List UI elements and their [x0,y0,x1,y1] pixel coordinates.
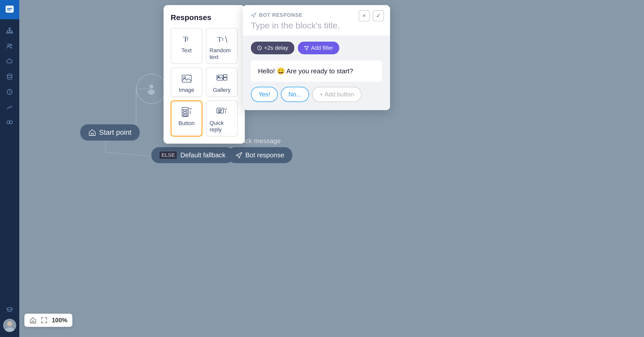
response-button-label: Button [179,120,195,127]
svg-rect-35 [91,133,93,136]
response-gallery-label: Gallery [213,87,231,93]
bot-response-node-small[interactable]: Bot response [228,147,292,163]
sidebar [0,0,19,337]
response-item-gallery[interactable]: Gallery [206,68,238,97]
responses-title: Responses [171,13,238,22]
svg-rect-46 [223,78,227,80]
response-item-random-text[interactable]: T r Random text [206,28,238,64]
svg-rect-41 [182,75,191,82]
svg-rect-0 [6,6,14,13]
canvas[interactable]: Start point Fallback message ELSE Defaul… [19,0,644,337]
default-fallback-node[interactable]: ELSE Default fallback [151,147,234,163]
svg-rect-55 [218,112,221,112]
sidebar-item-clock[interactable] [3,85,16,98]
responses-grid: T r Text T r Random text Im [171,28,238,137]
response-item-image[interactable]: Image [171,68,202,97]
zoom-level: 100% [52,317,67,324]
svg-rect-54 [218,110,222,111]
svg-rect-5 [9,32,10,33]
svg-rect-4 [7,32,8,33]
gallery-icon [216,73,228,84]
response-random-text-label: Random text [210,47,234,60]
svg-rect-2 [7,10,11,10]
bot-response-controls: +2s delay Add filter [251,42,382,54]
svg-rect-60 [32,321,34,323]
add-button-button[interactable]: + Add button [312,87,362,102]
response-text-label: Text [181,47,191,54]
avatar-image [3,319,16,332]
svg-point-29 [149,85,153,89]
start-point-label: Start point [99,128,132,137]
sidebar-item-users[interactable] [3,40,16,53]
button-icon [181,106,192,117]
bot-response-node-label: Bot response [245,151,284,159]
svg-rect-6 [11,32,13,33]
send-icon [251,12,256,18]
send-icon-small [236,152,242,159]
svg-rect-1 [7,8,12,9]
sidebar-item-org[interactable] [3,24,16,38]
dashed-node-1[interactable] [136,74,167,104]
clock-icon [257,45,262,50]
sidebar-item-cloud[interactable] [3,55,16,68]
svg-rect-45 [223,75,227,77]
start-point-node[interactable]: Start point [80,124,140,141]
expand-icon[interactable] [41,317,48,324]
message-bubble: Hello! 😀 Are you ready to start? [251,60,382,82]
bot-response-title[interactable]: Type in the block's title. [251,21,382,30]
svg-rect-3 [9,28,10,29]
sidebar-item-database[interactable] [3,70,16,83]
svg-point-19 [7,321,12,326]
text-icon: T r [181,33,192,45]
sidebar-item-circles[interactable] [3,116,16,129]
response-image-label: Image [179,87,194,93]
image-icon [181,73,192,84]
response-item-text[interactable]: T r Text [171,28,202,64]
svg-point-30 [148,90,155,95]
confirm-button[interactable]: ✓ [373,10,384,21]
random-text-icon: T r [216,33,228,45]
person-icon-1 [145,82,158,95]
bot-response-actions: × ✓ [359,10,384,21]
svg-rect-50 [183,114,187,116]
sidebar-logo[interactable] [0,0,19,19]
svg-point-14 [7,74,12,76]
bottom-toolbar: 100% [24,314,72,327]
response-item-quick-reply[interactable]: Quick reply [206,100,238,137]
svg-text:r: r [222,36,224,42]
response-item-button[interactable]: Button [171,100,202,137]
bot-response-header: × ✓ BOT RESPONSE Type in the block's tit… [243,5,390,36]
yes-button[interactable]: Yes! [251,87,278,102]
svg-line-40 [226,36,227,43]
user-avatar[interactable] [3,319,16,332]
home-toolbar-icon[interactable] [29,317,37,324]
bot-response-body: +2s delay Add filter Hello! 😀 Are you re… [243,36,390,110]
svg-rect-49 [183,112,187,113]
close-button[interactable]: × [359,10,370,21]
responses-popup: Responses T r Text T r Random text [164,5,245,144]
svg-rect-48 [183,109,187,111]
message-buttons: Yes! No... + Add button [251,87,382,102]
svg-text:T: T [217,35,222,43]
filter-icon [304,45,309,50]
quick-reply-icon [216,106,228,117]
no-button[interactable]: No... [281,87,309,102]
delay-button[interactable]: +2s delay [251,42,294,54]
svg-text:r: r [187,36,189,42]
sidebar-item-graduation[interactable] [3,302,16,316]
svg-point-13 [10,44,12,46]
default-fallback-label: Default fallback [180,151,226,159]
sidebar-item-analytics[interactable] [3,100,16,114]
filter-button[interactable]: Add filter [298,42,339,54]
home-icon [88,129,96,136]
bot-response-panel: × ✓ BOT RESPONSE Type in the block's tit… [243,5,390,110]
response-quick-reply-label: Quick reply [210,120,234,133]
svg-point-12 [8,44,10,46]
logo-icon [5,5,15,15]
else-badge: ELSE [159,151,177,159]
